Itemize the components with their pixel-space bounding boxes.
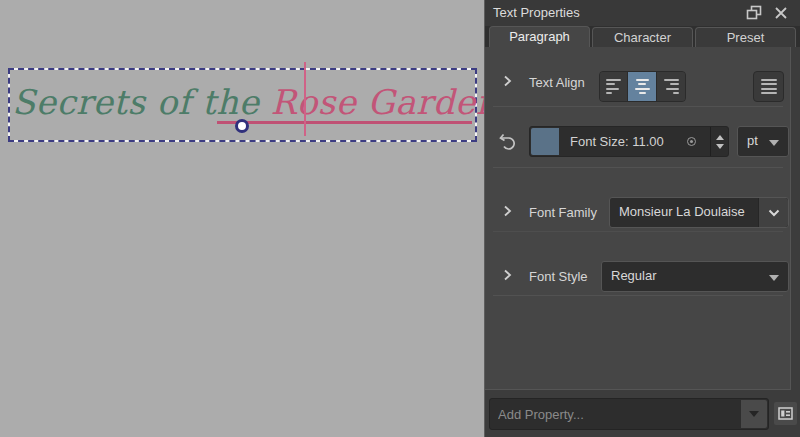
chevron-right-icon[interactable] <box>501 205 513 217</box>
tab-character[interactable]: Character <box>592 27 693 47</box>
text-underline-decoration <box>217 121 472 124</box>
float-icon[interactable] <box>746 5 764 21</box>
font-style-dropdown[interactable]: Regular <box>601 261 789 292</box>
property-list-button[interactable] <box>774 402 797 425</box>
font-size-slider-spinbox[interactable]: Font Size: 11.00 <box>529 126 729 157</box>
justify-button[interactable] <box>753 71 784 102</box>
canvas-text-segment-green: Secrets of the <box>12 82 271 122</box>
docker-footer <box>485 391 800 437</box>
font-size-value: Font Size: 11.00 <box>570 134 664 149</box>
font-size-unit-dropdown[interactable]: pt <box>737 126 789 157</box>
property-list-icon <box>778 407 793 420</box>
krita-workspace: Secrets of the Rose Garden Text Properti… <box>0 0 800 437</box>
chevron-right-icon[interactable] <box>501 269 513 281</box>
justify-icon <box>761 79 777 94</box>
font-style-row: Font Style Regular <box>485 253 791 296</box>
canvas-area[interactable]: Secrets of the Rose Garden <box>0 0 484 437</box>
dropdown-arrow-icon <box>769 140 779 146</box>
font-style-label: Font Style <box>529 269 588 284</box>
scrollbar-track[interactable] <box>791 47 800 390</box>
docker-titlebar[interactable]: Text Properties <box>485 0 800 26</box>
docker-title: Text Properties <box>493 5 580 20</box>
font-family-dropdown[interactable]: Monsieur La Doulaise <box>609 197 789 228</box>
font-family-row: Font Family Monsieur La Doulaise <box>485 189 791 232</box>
chevron-down-icon <box>767 208 781 218</box>
font-size-row: Font Size: 11.00 pt <box>485 126 791 169</box>
add-property-input[interactable] <box>498 399 718 429</box>
dropdown-arrow-icon <box>749 411 759 417</box>
text-align-label: Text Align <box>529 75 585 90</box>
font-family-drop-button[interactable] <box>758 198 788 227</box>
align-right-icon <box>663 79 679 94</box>
chevron-right-icon[interactable] <box>501 75 513 87</box>
tab-preset-label: Preset <box>727 30 765 45</box>
undo-icon[interactable] <box>498 131 518 154</box>
slider-fill <box>531 128 559 155</box>
tab-paragraph[interactable]: Paragraph <box>489 26 590 47</box>
tab-paragraph-label: Paragraph <box>509 29 570 44</box>
align-right-button[interactable] <box>657 72 685 101</box>
add-property-combobox[interactable] <box>489 398 769 430</box>
docker-tabbar: Paragraph Character Preset <box>485 26 800 47</box>
align-center-icon <box>634 79 650 94</box>
text-properties-docker: Text Properties Paragraph Character <box>484 0 800 437</box>
spinner-arrows <box>710 127 728 156</box>
section-separator <box>493 295 783 296</box>
section-separator <box>493 231 783 232</box>
docker-content: Text Align <box>485 47 791 390</box>
add-property-drop-button[interactable] <box>741 400 767 428</box>
font-family-label: Font Family <box>529 205 597 220</box>
transform-handle[interactable] <box>235 119 249 133</box>
font-family-value: Monsieur La Doulaise <box>619 204 745 219</box>
align-left-icon <box>606 79 622 94</box>
tab-character-label: Character <box>614 30 671 45</box>
tab-preset[interactable]: Preset <box>695 27 796 47</box>
section-separator <box>493 106 783 107</box>
close-icon[interactable] <box>773 5 791 21</box>
font-style-value: Regular <box>611 268 657 283</box>
align-center-button[interactable] <box>628 72 656 101</box>
align-left-button[interactable] <box>600 72 628 101</box>
text-align-button-group <box>599 71 686 102</box>
section-separator <box>493 167 783 168</box>
text-cursor <box>304 62 306 136</box>
spin-down-icon[interactable] <box>716 144 724 149</box>
soft-limit-icon[interactable] <box>687 137 696 146</box>
spin-up-icon[interactable] <box>716 135 724 140</box>
dropdown-arrow-icon <box>769 275 779 281</box>
text-align-row: Text Align <box>485 59 791 102</box>
unit-value: pt <box>747 133 758 148</box>
